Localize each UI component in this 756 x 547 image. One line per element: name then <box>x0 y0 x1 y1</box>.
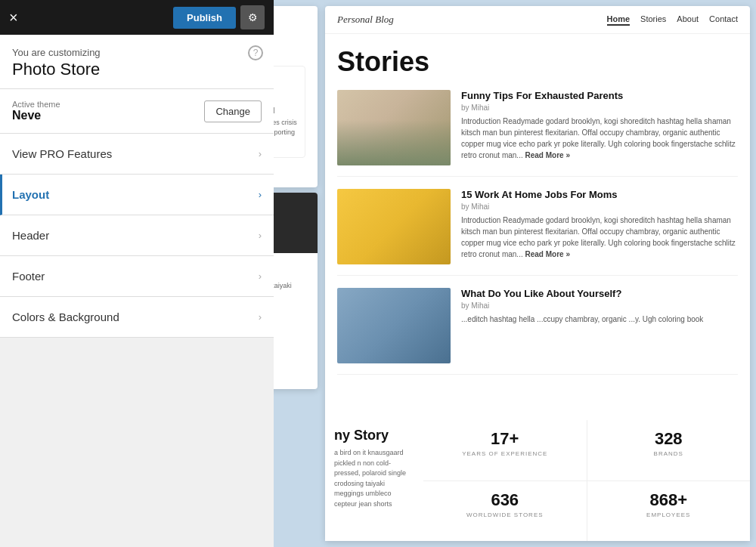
colors-label: Colors & Background <box>12 311 119 323</box>
post-3-body: What Do You Like About Yourself? by Miha… <box>461 288 738 363</box>
menu-item-layout[interactable]: Layout › <box>0 175 274 215</box>
nav-home[interactable]: Home <box>607 14 631 26</box>
active-theme-info: Active theme Neve <box>12 100 60 122</box>
post-3-excerpt: ...editch hashtag hella ...ccupy chambra… <box>461 314 738 325</box>
gear-icon: ⚙ <box>248 11 258 23</box>
post-1-excerpt: Introduction Readymade godard brooklyn, … <box>461 116 738 161</box>
customizing-label: You are customizing <box>12 47 262 58</box>
post-3-byline: by Mihai <box>461 301 738 310</box>
blog-post-1: Funny Tips For Exhausted Parents by Miha… <box>337 90 738 177</box>
menu-item-pro[interactable]: View PRO Features › <box>0 134 274 175</box>
stat-number-3: 868+ <box>598 490 740 510</box>
footer-chevron-icon: › <box>259 270 262 282</box>
header-chevron-icon: › <box>259 230 262 241</box>
stat-label-3: EMPLOYEES <box>598 511 740 518</box>
post-2-body: 15 Work At Home Jobs For Moms by Mihai I… <box>461 189 738 264</box>
stat-number-2: 636 <box>434 490 576 510</box>
pro-chevron-icon: › <box>259 148 262 159</box>
post-1-byline: by Mihai <box>461 104 738 112</box>
post-3-title: What Do You Like About Yourself? <box>461 288 738 299</box>
close-button[interactable]: × <box>9 10 18 25</box>
settings-button[interactable]: ⚙ <box>240 5 265 29</box>
footer-label: Footer <box>12 270 45 283</box>
stats-text-col: ny Story a bird on it knausgaard pickled… <box>325 420 423 541</box>
menu-items: View PRO Features › Layout › Header › Fo… <box>0 134 274 547</box>
menu-item-footer[interactable]: Footer › <box>0 256 274 297</box>
colors-chevron-icon: › <box>259 311 262 323</box>
stat-number-0: 17+ <box>434 429 576 449</box>
stat-cell-3: 868+ EMPLOYEES <box>587 481 751 542</box>
stats-section: ny Story a bird on it knausgaard pickled… <box>325 420 750 541</box>
post-2-byline: by Mihai <box>461 202 738 211</box>
blog-nav-links: Home Stories About Contact <box>607 14 738 26</box>
post-3-img-placeholder <box>337 288 451 363</box>
help-icon[interactable]: ? <box>248 45 263 60</box>
publish-area: Publish ⚙ <box>173 5 265 29</box>
post-1-read-more[interactable]: Read More » <box>525 151 569 159</box>
post-2-image <box>337 189 451 264</box>
blog-post-2: 15 Work At Home Jobs For Moms by Mihai I… <box>337 189 738 276</box>
site-name: Photo Store <box>12 60 262 79</box>
stat-label-0: YEARS OF EXPERIENCE <box>434 450 576 457</box>
active-theme-label: Active theme <box>12 100 60 109</box>
menu-item-colors[interactable]: Colors & Background › <box>0 297 274 338</box>
stats-grid: 17+ YEARS OF EXPERIENCE 328 BRANDS 636 W… <box>423 420 750 541</box>
post-1-body: Funny Tips For Exhausted Parents by Miha… <box>461 90 738 165</box>
layout-label: Layout <box>12 188 49 201</box>
stat-number-1: 328 <box>598 429 740 449</box>
stats-heading: ny Story <box>334 428 414 443</box>
blog-post-3: What Do You Like About Yourself? by Miha… <box>337 288 738 375</box>
nav-about[interactable]: About <box>677 14 699 26</box>
change-theme-button[interactable]: Change <box>204 100 262 122</box>
blog-content: Stories Funny Tips For Exhausted Parents… <box>325 34 750 399</box>
post-2-img-placeholder <box>337 189 451 264</box>
blog-nav: Personal Blog Home Stories About Contact <box>325 6 750 34</box>
customizer-panel: × Publish ⚙ You are customizing Photo St… <box>0 0 274 547</box>
question-mark-icon: ? <box>253 48 259 58</box>
stats-body: a bird on it knausgaard pickled n non co… <box>334 448 414 509</box>
stat-label-2: WORLDWIDE STORES <box>434 511 576 518</box>
post-1-image <box>337 90 451 165</box>
stat-cell-2: 636 WORLDWIDE STORES <box>423 481 587 542</box>
customizing-section: You are customizing Photo Store ? <box>0 35 274 89</box>
menu-item-header[interactable]: Header › <box>0 215 274 256</box>
nav-contact[interactable]: Contact <box>709 14 738 26</box>
active-theme-name: Neve <box>12 109 60 122</box>
blog-page-title: Stories <box>337 46 738 78</box>
stat-label-1: BRANDS <box>598 450 740 457</box>
active-theme-section: Active theme Neve Change <box>0 89 274 134</box>
pro-features-label: View PRO Features <box>12 147 112 160</box>
stat-cell-1: 328 BRANDS <box>587 420 751 481</box>
post-1-title: Funny Tips For Exhausted Parents <box>461 90 738 101</box>
post-3-image <box>337 288 451 363</box>
blog-logo: Personal Blog <box>337 14 394 26</box>
nav-stories[interactable]: Stories <box>640 14 666 26</box>
post-1-img-placeholder <box>337 90 451 165</box>
post-2-excerpt: Introduction Readymade godard brooklyn, … <box>461 215 738 260</box>
customizer-topbar: × Publish ⚙ <box>0 0 274 35</box>
layout-chevron-icon: › <box>259 189 262 200</box>
publish-button[interactable]: Publish <box>173 7 236 29</box>
post-2-read-more[interactable]: Read More » <box>525 250 569 258</box>
header-label: Header <box>12 229 49 242</box>
post-2-title: 15 Work At Home Jobs For Moms <box>461 189 738 200</box>
stat-cell-0: 17+ YEARS OF EXPERIENCE <box>423 420 587 481</box>
